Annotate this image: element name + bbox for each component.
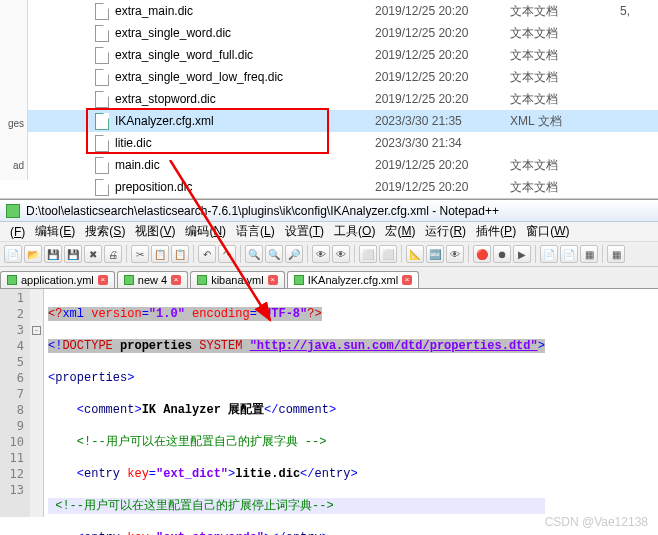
editor-tab[interactable]: new 4× (117, 271, 188, 288)
menu-item[interactable]: 宏(M) (381, 223, 419, 240)
menu-item[interactable]: 编码(N) (181, 223, 230, 240)
toolbar-button[interactable]: 🔴 (473, 245, 491, 263)
tab-label: kibana.yml (211, 274, 264, 286)
menu-item[interactable]: 窗口(W) (522, 223, 573, 240)
close-icon[interactable]: × (402, 275, 412, 285)
toolbar-button[interactable]: 🔍 (265, 245, 283, 263)
sidebar-text: ad (13, 160, 24, 171)
toolbar-button[interactable]: ✖ (84, 245, 102, 263)
menu-item[interactable]: 语言(L) (232, 223, 279, 240)
file-type: 文本文档 (510, 25, 590, 42)
toolbar-button[interactable]: 💾 (44, 245, 62, 263)
toolbar-button[interactable]: 🔤 (426, 245, 444, 263)
tab-icon (124, 275, 134, 285)
menu-item[interactable]: 插件(P) (472, 223, 520, 240)
file-row[interactable]: preposition.dic2019/12/25 20:20文本文档 (0, 176, 658, 198)
menu-item[interactable]: 视图(V) (131, 223, 179, 240)
toolbar-button[interactable]: ⬜ (379, 245, 397, 263)
file-icon (95, 47, 109, 64)
file-type: 文本文档 (510, 91, 590, 108)
file-date: 2019/12/25 20:20 (375, 48, 510, 62)
close-icon[interactable]: × (171, 275, 181, 285)
close-icon[interactable]: × (98, 275, 108, 285)
tab-label: new 4 (138, 274, 167, 286)
file-row[interactable]: extra_main.dic2019/12/25 20:20文本文档5, (0, 0, 658, 22)
toolbar-button[interactable]: 🖨 (104, 245, 122, 263)
tab-label: IKAnalyzer.cfg.xml (308, 274, 398, 286)
code-area[interactable]: <?xml version="1.0" encoding="UTF-8"?> <… (44, 289, 545, 517)
file-type: 文本文档 (510, 3, 590, 20)
file-icon (95, 69, 109, 86)
toolbar-button[interactable]: 📄 (560, 245, 578, 263)
file-name: extra_single_word_full.dic (115, 48, 375, 62)
file-icon (95, 113, 109, 130)
file-row[interactable]: main.dic2019/12/25 20:20文本文档 (0, 154, 658, 176)
tab-bar[interactable]: application.yml×new 4×kibana.yml×IKAnaly… (0, 267, 658, 289)
file-icon (95, 179, 109, 196)
file-row[interactable]: IKAnalyzer.cfg.xml2023/3/30 21:35XML 文档 (0, 110, 658, 132)
file-date: 2019/12/25 20:20 (375, 26, 510, 40)
file-type: 文本文档 (510, 157, 590, 174)
file-icon (95, 157, 109, 174)
file-date: 2019/12/25 20:20 (375, 70, 510, 84)
file-row[interactable]: litie.dic2023/3/30 21:34 (0, 132, 658, 154)
toolbar-button[interactable]: 👁 (332, 245, 350, 263)
menu-item[interactable]: (F) (6, 225, 29, 239)
toolbar-button[interactable]: 📂 (24, 245, 42, 263)
file-row[interactable]: extra_single_word_full.dic2019/12/25 20:… (0, 44, 658, 66)
close-icon[interactable]: × (268, 275, 278, 285)
menu-item[interactable]: 运行(R) (421, 223, 470, 240)
file-date: 2019/12/25 20:20 (375, 180, 510, 194)
file-row[interactable]: extra_single_word_low_freq.dic2019/12/25… (0, 66, 658, 88)
toolbar-button[interactable]: 👁 (446, 245, 464, 263)
toolbar-button[interactable]: ↷ (218, 245, 236, 263)
editor-tab[interactable]: IKAnalyzer.cfg.xml× (287, 271, 419, 288)
file-type: 文本文档 (510, 69, 590, 86)
file-date: 2019/12/25 20:20 (375, 4, 510, 18)
file-date: 2023/3/30 21:35 (375, 114, 510, 128)
menu-item[interactable]: 设置(T) (281, 223, 328, 240)
menu-item[interactable]: 搜索(S) (81, 223, 129, 240)
toolbar-button[interactable]: 💾 (64, 245, 82, 263)
notepad-plus-plus: D:\tool\elasticsearch\elasticsearch-7.6.… (0, 199, 658, 517)
editor-tab[interactable]: application.yml× (0, 271, 115, 288)
file-row[interactable]: extra_single_word.dic2019/12/25 20:20文本文… (0, 22, 658, 44)
toolbar-button[interactable]: 📋 (151, 245, 169, 263)
toolbar-button[interactable]: 🔍 (245, 245, 263, 263)
menu-bar[interactable]: (F)编辑(E)搜索(S)视图(V)编码(N)语言(L)设置(T)工具(O)宏(… (0, 222, 658, 242)
sidebar-text: ges (8, 118, 24, 129)
toolbar-button[interactable]: 📄 (4, 245, 22, 263)
menu-item[interactable]: 工具(O) (330, 223, 379, 240)
toolbar-button[interactable]: ▦ (580, 245, 598, 263)
menu-item[interactable]: 编辑(E) (31, 223, 79, 240)
file-icon (95, 135, 109, 152)
toolbar-button[interactable]: 📋 (171, 245, 189, 263)
toolbar-button[interactable]: ⏺ (493, 245, 511, 263)
file-type: 文本文档 (510, 47, 590, 64)
file-date: 2019/12/25 20:20 (375, 92, 510, 106)
toolbar-button[interactable]: ⬜ (359, 245, 377, 263)
toolbar-button[interactable]: ✂ (131, 245, 149, 263)
toolbar-button[interactable]: 🔎 (285, 245, 303, 263)
file-icon (95, 3, 109, 20)
file-date: 2023/3/30 21:34 (375, 136, 510, 150)
toolbar-button[interactable]: 📄 (540, 245, 558, 263)
fold-margin[interactable]: - (30, 289, 44, 517)
editor-tab[interactable]: kibana.yml× (190, 271, 285, 288)
toolbar-button[interactable]: 📐 (406, 245, 424, 263)
file-name: litie.dic (115, 136, 375, 150)
window-title: D:\tool\elasticsearch\elasticsearch-7.6.… (26, 204, 499, 218)
toolbar-button[interactable]: ↶ (198, 245, 216, 263)
file-list[interactable]: extra_main.dic2019/12/25 20:20文本文档5,extr… (0, 0, 658, 198)
toolbar-button[interactable]: ▦ (607, 245, 625, 263)
file-row[interactable]: extra_stopword.dic2019/12/25 20:20文本文档 (0, 88, 658, 110)
file-explorer: ges ad extra_main.dic2019/12/25 20:20文本文… (0, 0, 658, 199)
toolbar-button[interactable]: ▶ (513, 245, 531, 263)
file-name: extra_main.dic (115, 4, 375, 18)
tab-icon (197, 275, 207, 285)
tab-icon (7, 275, 17, 285)
toolbar-button[interactable]: 👁 (312, 245, 330, 263)
toolbar[interactable]: 📄📂💾💾✖🖨✂📋📋↶↷🔍🔍🔎👁👁⬜⬜📐🔤👁🔴⏺▶📄📄▦▦ (0, 242, 658, 267)
file-icon (95, 91, 109, 108)
file-icon (95, 25, 109, 42)
